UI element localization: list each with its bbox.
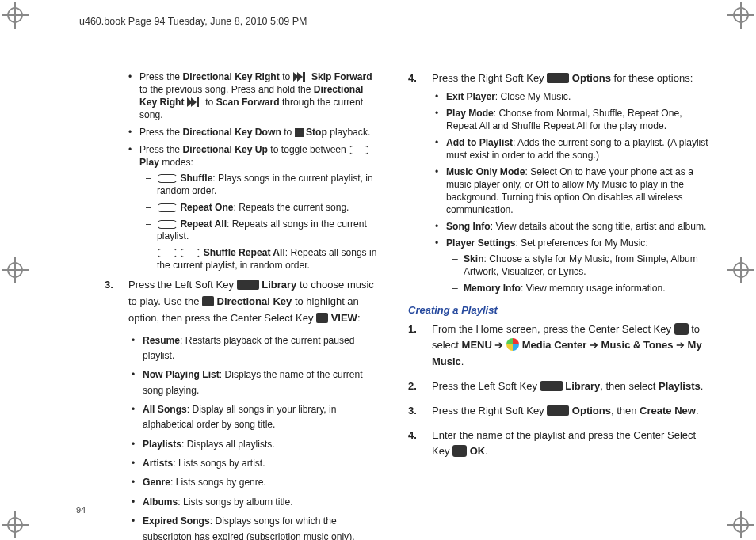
skip-forward-icon [293, 72, 309, 82]
shuffle-icon [157, 249, 178, 257]
softkey-icon [237, 280, 259, 290]
list-item: Playlists: Displays all playlists. [128, 437, 380, 452]
list-item: Add to Playlist: Adds the current song t… [432, 137, 712, 162]
softkey-icon [540, 381, 563, 391]
list-item: Press the Directional Key Up to toggle b… [128, 144, 380, 273]
list-item: Shuffle Repeat All: Repeats all songs in… [139, 247, 380, 272]
list-item: Press the Directional Key Right to Skip … [128, 71, 380, 122]
list-item: 2.Press the Left Soft Key Library, then … [408, 378, 712, 395]
list-item: Repeat One: Repeats the current song. [139, 202, 380, 215]
skip-forward-icon [187, 97, 203, 108]
reg-mark-icon [727, 511, 754, 538]
repeat-mode-icon [349, 146, 369, 154]
page-number: 94 [76, 505, 86, 515]
list-item: 3.Press the Right Soft Key Options, then… [408, 403, 712, 420]
center-select-icon [316, 313, 328, 323]
center-select-icon [674, 323, 689, 335]
list-item: Play Mode: Choose from Normal, Shuffle, … [432, 108, 712, 133]
list-item: Memory Info: View memory usage informati… [446, 283, 712, 295]
center-select-icon [452, 445, 467, 457]
reg-mark-icon [727, 257, 754, 283]
reg-mark-icon [727, 2, 754, 29]
reg-mark-icon [2, 257, 29, 283]
list-item: Repeat All: Repeats all songs in the cur… [139, 219, 380, 244]
list-item: Now Playing List: Displays the name of t… [128, 367, 380, 398]
list-item: Artists: Lists songs by artist. [128, 456, 380, 471]
page-body: Press the Directional Key Right to Skip … [76, 71, 712, 508]
reg-mark-icon [2, 511, 29, 538]
list-item: Skin: Choose a style for My Music, from … [446, 253, 712, 279]
header-rule [76, 29, 712, 29]
softkey-icon [547, 73, 569, 83]
list-item: Expired Songs: Displays songs for which … [128, 514, 380, 540]
list-item: Albums: Lists songs by album title. [128, 495, 380, 510]
step-4: 4. Press the Right Soft Key Options for … [408, 71, 712, 295]
media-center-icon [506, 338, 519, 351]
softkey-icon [547, 405, 569, 416]
repeat-all-icon [180, 249, 200, 257]
step-3: 3. Press the Left Soft Key Library to ch… [105, 277, 380, 540]
list-item: Player Settings: Set preferences for My … [432, 238, 712, 295]
list-item: 4.Enter the name of the playlist and pre… [408, 428, 712, 461]
list-item: Music Only Mode: Select On to have your … [432, 166, 712, 217]
repeat-all-icon [157, 220, 178, 229]
list-item: All Songs: Display all songs in your lib… [128, 402, 380, 433]
section-heading-creating-playlist: Creating a Playlist [408, 303, 712, 317]
list-item: 1.From the Home screen, press the Center… [408, 321, 712, 371]
list-item: Exit Player: Close My Music. [432, 91, 712, 104]
column-left: Press the Directional Key Right to Skip … [76, 71, 380, 508]
list-item: Press the Directional Key Down to Stop p… [128, 127, 380, 139]
reg-mark-icon [2, 2, 29, 29]
column-right: 4. Press the Right Soft Key Options for … [408, 71, 712, 508]
list-item: Shuffle: Plays songs in the current play… [139, 173, 380, 198]
list-item: Genre: Lists songs by genre. [128, 475, 380, 490]
stop-icon [295, 128, 304, 137]
book-page-caption: u460.book Page 94 Tuesday, June 8, 2010 … [79, 16, 307, 27]
shuffle-icon [157, 174, 178, 183]
directional-key-icon [202, 296, 214, 306]
list-item: Song Info: View details about the song t… [432, 221, 712, 234]
list-item: Resume: Restarts playback of the current… [128, 333, 380, 364]
repeat-one-icon [157, 203, 178, 212]
